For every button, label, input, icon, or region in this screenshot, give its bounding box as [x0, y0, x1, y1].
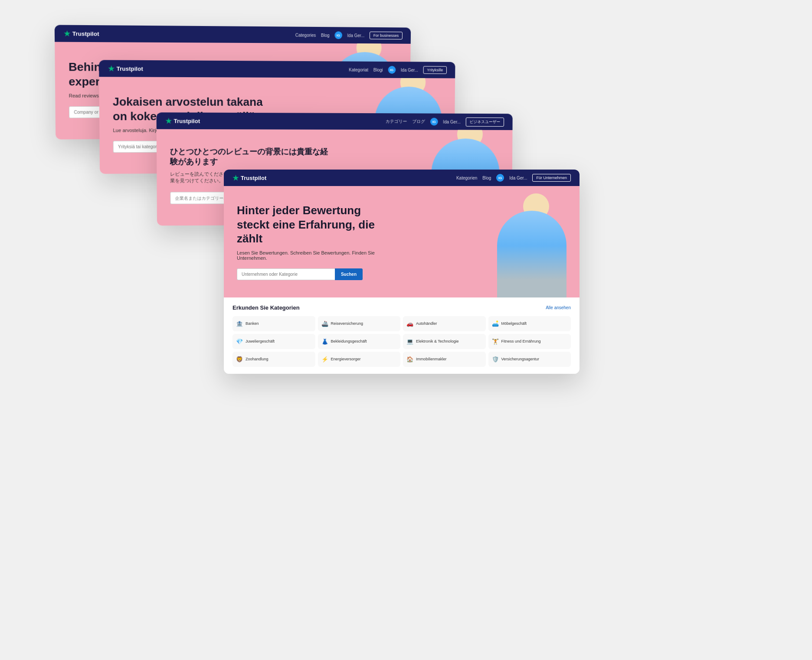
nav-finnish: ★ Trustpilot Kategoriat Blogi IG Ida Ger… — [99, 60, 455, 78]
category-label: Elektronik & Technologie — [416, 339, 458, 343]
category-item[interactable]: 🛡️Versicherungsagentur — [488, 352, 571, 367]
category-label: Versicherungsagentur — [501, 357, 540, 361]
star-icon-de: ★ — [232, 174, 239, 182]
avatar-english: IG — [334, 31, 342, 39]
category-item[interactable]: 🏋️Fitness und Ernährung — [488, 334, 571, 349]
categories-section-german: Erkunden Sie Kategorien Alle ansehen 🏦Ba… — [224, 297, 580, 374]
category-item[interactable]: 🏠Immobilienmakler — [403, 352, 486, 367]
category-icon: 🏋️ — [492, 338, 499, 345]
hero-subtitle-german: Lesen Sie Bewertungen. Schreiben Sie Bew… — [237, 250, 393, 261]
category-item[interactable]: 🏦Banken — [232, 316, 315, 331]
yrityksille-btn[interactable]: Yrityksille — [423, 66, 447, 74]
nav-link-blog[interactable]: Blog — [321, 33, 330, 37]
category-label: Bekleidungsgeschäft — [331, 339, 367, 343]
star-icon-fi: ★ — [108, 64, 115, 72]
avatar-german: IG — [496, 174, 504, 182]
card-german: ★ Trustpilot Kategorien Blog IG Ida Ger.… — [224, 170, 580, 374]
category-icon: 💻 — [406, 338, 413, 345]
category-label: Banken — [246, 321, 259, 326]
hero-german: Hinter jeder Bewertung steckt eine Erfah… — [224, 186, 580, 297]
categories-grid: 🏦Banken🚢Reiseversicherung🚗Autohändler🛋️M… — [232, 316, 571, 367]
category-label: Zoohandlung — [246, 357, 268, 361]
category-label: Immobilienmakler — [416, 357, 447, 361]
category-icon: 🏠 — [406, 356, 413, 363]
star-icon: ★ — [64, 29, 70, 38]
category-item[interactable]: 💎Juweliergeschäft — [232, 334, 315, 349]
category-label: Juweliergeschäft — [246, 339, 275, 343]
nav-japanese: ★ Trustpilot カテゴリー ブログ IG Ida Ger... ビジネ… — [157, 112, 513, 130]
nav-blog-de[interactable]: Blog — [482, 176, 491, 180]
nav-kategorien[interactable]: Kategorien — [456, 176, 477, 180]
nav-blog-jp[interactable]: ブログ — [412, 118, 425, 124]
hero-text-german: Hinter jeder Bewertung steckt eine Erfah… — [237, 203, 393, 280]
category-item[interactable]: 🛋️Möbelgeschäft — [488, 316, 571, 331]
categories-title: Erkunden Sie Kategorien — [232, 304, 300, 311]
nav-username-jp: Ida Ger... — [443, 119, 461, 124]
search-input-german[interactable] — [237, 268, 335, 280]
category-item[interactable]: 👗Bekleidungsgeschäft — [318, 334, 401, 349]
fur-unternehmen-btn[interactable]: Für Unternehmen — [532, 174, 571, 182]
category-item[interactable]: 🚗Autohändler — [403, 316, 486, 331]
category-icon: 🛡️ — [492, 356, 499, 363]
logo-finnish: ★ Trustpilot — [108, 64, 143, 73]
avatar-japanese: IG — [430, 118, 438, 126]
search-button-german[interactable]: Suchen — [335, 268, 363, 280]
categories-header: Erkunden Sie Kategorien Alle ansehen — [232, 304, 571, 311]
category-icon: ⚡ — [321, 356, 328, 363]
category-item[interactable]: 🦁Zoohandlung — [232, 352, 315, 367]
logo-english: ★ Trustpilot — [64, 29, 99, 38]
category-icon: 👗 — [321, 338, 328, 345]
search-form-german: Suchen — [237, 268, 363, 280]
logo-japanese: ★ Trustpilot — [165, 117, 200, 125]
category-item[interactable]: 🚢Reiseversicherung — [318, 316, 401, 331]
nav-blogi[interactable]: Blogi — [373, 67, 383, 72]
nav-english: ★ Trustpilot Categories Blog IG Ida Ger.… — [55, 25, 411, 44]
logo-german: ★ Trustpilot — [232, 174, 266, 182]
nav-links-english: Categories Blog IG Ida Ger... For busine… — [295, 31, 403, 39]
category-label: Fitness und Ernährung — [501, 339, 541, 343]
category-icon: 🏦 — [236, 320, 243, 327]
stack-container: ★ Trustpilot Categories Blog IG Ida Ger.… — [59, 26, 753, 634]
nav-username-fi: Ida Ger... — [401, 68, 418, 72]
hero-title-german: Hinter jeder Bewertung steckt eine Erfah… — [237, 203, 393, 246]
category-icon: 🛋️ — [492, 320, 499, 327]
avatar-finnish: IG — [388, 66, 396, 74]
category-label: Autohändler — [416, 321, 437, 326]
nav-links-german: Kategorien Blog IG Ida Ger... Für Untern… — [456, 174, 571, 182]
category-item[interactable]: 💻Elektronik & Technologie — [403, 334, 486, 349]
nav-links-finnish: Kategoriat Blogi IG Ida Ger... Yrityksil… — [349, 66, 447, 74]
nav-username: Ida Ger... — [347, 33, 364, 38]
categories-link[interactable]: Alle ansehen — [546, 305, 571, 310]
category-icon: 🚢 — [321, 320, 328, 327]
business-btn-jp[interactable]: ビジネスユーザー — [466, 117, 504, 126]
nav-german: ★ Trustpilot Kategorien Blog IG Ida Ger.… — [224, 170, 580, 186]
category-item[interactable]: ⚡Energieversorger — [318, 352, 401, 367]
category-label: Energieversorger — [331, 357, 361, 361]
nav-category-jp[interactable]: カテゴリー — [386, 118, 407, 124]
hero-title-japanese: ひとつひとつのレビューの背景には貴重な経験があります — [170, 147, 328, 167]
category-icon: 💎 — [236, 338, 243, 345]
nav-link-categories[interactable]: Categories — [295, 33, 316, 37]
nav-kategoriat[interactable]: Kategoriat — [349, 67, 368, 72]
for-businesses-btn[interactable]: For businesses — [370, 32, 403, 39]
category-icon: 🦁 — [236, 356, 243, 363]
hero-image-german — [454, 186, 575, 297]
star-icon-jp: ★ — [165, 117, 171, 125]
category-label: Reiseversicherung — [331, 321, 363, 326]
category-icon: 🚗 — [406, 320, 413, 327]
nav-links-japanese: カテゴリー ブログ IG Ida Ger... ビジネスユーザー — [386, 117, 504, 127]
person-body-de — [497, 211, 566, 297]
category-label: Möbelgeschäft — [501, 321, 527, 326]
nav-username-de: Ida Ger... — [509, 176, 527, 180]
